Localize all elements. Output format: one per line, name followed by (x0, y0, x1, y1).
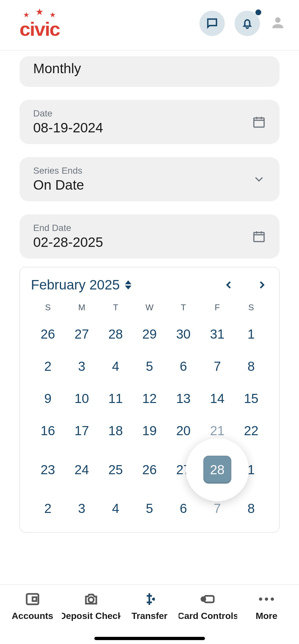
calendar-nav (223, 278, 268, 291)
calendar-day[interactable]: 5 (132, 356, 166, 377)
calendar-day[interactable]: 31 (200, 324, 234, 345)
calendar-day[interactable]: 8 (234, 356, 268, 377)
calendar-icon (252, 115, 266, 129)
calendar-day[interactable]: 11 (99, 388, 132, 409)
star-icon: ★ (35, 7, 44, 17)
logo-text: civic (20, 18, 60, 40)
calendar-day[interactable]: 10 (65, 388, 99, 409)
calendar-day[interactable]: 4 (99, 498, 132, 519)
calendar-day[interactable]: 17 (65, 420, 99, 441)
calendar-dow: T (167, 302, 200, 313)
nav-label: Deposit Check (62, 611, 120, 621)
calendar-day[interactable]: 7 (200, 356, 234, 377)
nav-deposit-check[interactable]: Deposit Check (62, 591, 120, 621)
calendar-dow: S (234, 302, 268, 313)
calendar-day[interactable]: 2 (31, 356, 65, 377)
calendar-day[interactable]: 20 (167, 420, 200, 441)
calendar-dow: T (99, 302, 132, 313)
nav-label: Transfer (131, 611, 168, 621)
calendar-dow: S (31, 302, 65, 313)
end-date-field[interactable]: End Date 02-28-2025 (20, 214, 279, 259)
calendar-header: February 2025 (31, 277, 268, 293)
bottom-nav: Accounts Deposit Check Transfer Card Con… (0, 584, 299, 644)
calendar-grid: SMTWTFS262728293031123456789101112131415… (31, 302, 268, 519)
profile-button[interactable] (270, 15, 286, 32)
calendar-day[interactable]: 27 (65, 324, 99, 345)
nav-card-controls[interactable]: Card Controls (179, 591, 237, 621)
calendar-day[interactable]: 25 (99, 452, 132, 487)
profile-icon (270, 15, 286, 31)
app-header: ★ ★ ★ civic (0, 0, 299, 50)
nav-transfer[interactable]: Transfer (120, 591, 179, 621)
calendar-dow: W (132, 302, 166, 313)
next-month-button[interactable] (255, 278, 268, 291)
notification-dot (255, 9, 261, 15)
nav-label: Accounts (12, 611, 53, 621)
camera-icon (83, 591, 99, 607)
card-controls-icon (200, 591, 216, 607)
calendar-day[interactable]: 19 (132, 420, 166, 441)
prev-month-button[interactable] (223, 278, 236, 291)
calendar-day[interactable]: 28 (99, 324, 132, 345)
calendar-day[interactable]: 12 (132, 388, 166, 409)
chat-icon (206, 17, 219, 30)
series-ends-field[interactable]: Series Ends On Date (20, 157, 279, 201)
nav-accounts[interactable]: Accounts (3, 591, 62, 621)
calendar-day[interactable]: 3 (65, 356, 99, 377)
calendar-day[interactable]: 3 (65, 498, 99, 519)
date-field[interactable]: Date 08-19-2024 (20, 100, 279, 144)
calendar-day[interactable]: 6 (167, 498, 200, 519)
calendar-day[interactable]: 18 (99, 420, 132, 441)
month-year-label: February 2025 (31, 277, 120, 293)
series-ends-value: On Date (33, 177, 84, 193)
datepicker-popup: February 2025 SMTWTFS2627282930311234567… (20, 267, 279, 532)
calendar-dow: M (65, 302, 99, 313)
end-date-label: End Date (33, 223, 103, 233)
nav-more[interactable]: More (237, 591, 296, 621)
calendar-day[interactable]: 29 (132, 324, 166, 345)
transfer-icon (142, 591, 157, 607)
home-indicator (94, 637, 205, 640)
nav-label: More (256, 611, 278, 621)
date-value: 08-19-2024 (33, 120, 103, 136)
calendar-day[interactable]: 24 (65, 452, 99, 487)
calendar-day[interactable]: 6 (167, 356, 200, 377)
calendar-day[interactable]: 26 (132, 452, 166, 487)
logo-stars: ★ ★ ★ (23, 7, 56, 19)
calendar-day[interactable]: 4 (99, 356, 132, 377)
calendar-day[interactable]: 8 (234, 498, 268, 519)
chevron-right-icon (257, 278, 266, 292)
calendar-day[interactable]: 9 (31, 388, 65, 409)
svg-point-4 (88, 597, 94, 602)
month-year-selector[interactable]: February 2025 (31, 277, 131, 293)
calendar-day[interactable]: 14 (200, 388, 234, 409)
calendar-day[interactable]: 16 (31, 420, 65, 441)
calendar-day[interactable]: 26 (31, 324, 65, 345)
calendar-day[interactable]: 5 (132, 498, 166, 519)
series-ends-label: Series Ends (33, 166, 84, 176)
svg-rect-0 (254, 118, 264, 127)
calendar-day[interactable]: 13 (167, 388, 200, 409)
header-actions (199, 11, 286, 36)
chevron-left-icon (224, 278, 234, 292)
more-icon (259, 591, 274, 607)
main-content: Monthly Date 08-19-2024 Series Ends On D… (0, 50, 299, 584)
chat-button[interactable] (199, 11, 225, 36)
calendar-day-selected[interactable]: 28 (200, 452, 234, 487)
frequency-field[interactable]: Monthly (20, 56, 279, 87)
spinner-icon (125, 280, 131, 289)
bell-icon (241, 17, 254, 30)
calendar-day[interactable]: 30 (167, 324, 200, 345)
calendar-day[interactable]: 22 (234, 420, 268, 441)
notifications-button[interactable] (235, 11, 260, 36)
frequency-value: Monthly (33, 61, 81, 76)
calendar-day[interactable]: 15 (234, 388, 268, 409)
end-date-value: 02-28-2025 (33, 235, 103, 250)
chevron-down-icon (252, 172, 266, 186)
calendar-day[interactable]: 2 (31, 498, 65, 519)
calendar-dow: F (200, 302, 234, 313)
calendar-day[interactable]: 1 (234, 324, 268, 345)
calendar-icon (252, 230, 266, 243)
brand-logo: ★ ★ ★ civic (20, 7, 60, 40)
calendar-day[interactable]: 23 (31, 452, 65, 487)
